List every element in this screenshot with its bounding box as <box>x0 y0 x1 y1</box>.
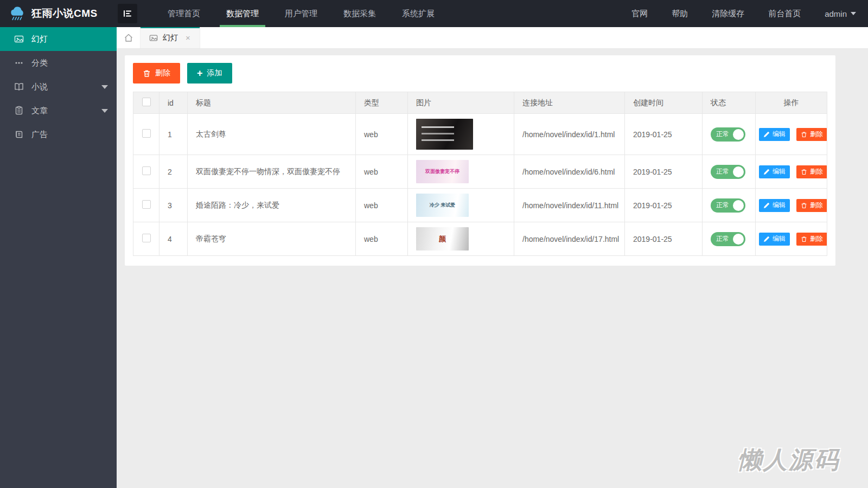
slide-thumbnail: 冷少 来试爱 <box>416 194 469 217</box>
edit-button[interactable]: 编辑 <box>759 128 790 141</box>
row-checkbox[interactable] <box>142 234 151 242</box>
status-label: 正常 <box>716 234 729 243</box>
status-toggle[interactable]: 正常 <box>711 198 745 213</box>
add-button-label: 添加 <box>207 68 222 78</box>
topnav-user-management[interactable]: 用户管理 <box>272 0 330 27</box>
article-icon <box>14 106 24 115</box>
row-url: /home/novel/index/id/17.html <box>514 222 625 256</box>
row-checkbox[interactable] <box>142 166 151 175</box>
row-id: 3 <box>159 189 188 222</box>
hamburger-icon <box>123 9 132 18</box>
slide-thumbnail: 颜 <box>416 227 469 251</box>
header-id: id <box>159 92 188 114</box>
row-created: 2019-01-25 <box>625 189 703 222</box>
tab-slideshow[interactable]: 幻灯 × <box>141 27 200 48</box>
row-title: 婚途陌路：冷少，来试爱 <box>188 189 356 222</box>
delete-button-label: 删除 <box>155 68 170 78</box>
top-header: 狂雨小说CMS 管理首页 数据管理 用户管理 数据采集 系统扩展 官网 帮助 清… <box>0 0 868 27</box>
slideshow-icon <box>14 34 24 44</box>
sidebar-item-label: 分类 <box>31 58 48 68</box>
app-logo: 狂雨小说CMS <box>0 0 117 27</box>
row-delete-button[interactable]: 删除 <box>796 233 827 246</box>
header-title: 标题 <box>188 92 356 114</box>
trash-icon <box>801 236 807 242</box>
toolbar: 删除 + 添加 <box>133 63 827 84</box>
row-delete-button[interactable]: 删除 <box>796 128 827 141</box>
table-row: 3 婚途陌路：冷少，来试爱 web 冷少 来试爱 /home/novel/ind… <box>133 189 827 222</box>
sidebar-collapse-button[interactable] <box>118 4 137 23</box>
status-toggle[interactable]: 正常 <box>711 232 745 246</box>
row-type: web <box>356 222 408 256</box>
status-toggle[interactable]: 正常 <box>711 127 745 142</box>
row-type: web <box>356 114 408 155</box>
watermark: 懒人源码 <box>738 444 840 476</box>
sidebar-item-label: 小说 <box>31 82 48 92</box>
topnav-data-management[interactable]: 数据管理 <box>213 0 272 27</box>
row-type: web <box>356 189 408 222</box>
add-button[interactable]: + 添加 <box>187 63 232 84</box>
trash-icon <box>801 202 807 209</box>
header-type: 类型 <box>356 92 408 114</box>
topnav-data-collection[interactable]: 数据采集 <box>330 0 389 27</box>
trash-icon <box>801 131 807 138</box>
top-navigation: 管理首页 数据管理 用户管理 数据采集 系统扩展 <box>155 0 448 27</box>
header-image: 图片 <box>408 92 514 114</box>
pencil-icon <box>763 131 770 138</box>
book-icon <box>14 82 24 92</box>
main-content: 删除 + 添加 id 标题 类型 图片 连接地址 创建时间 <box>117 49 868 488</box>
topnav-front-home[interactable]: 前台首页 <box>756 0 813 27</box>
row-checkbox[interactable] <box>142 129 151 138</box>
row-checkbox[interactable] <box>142 200 151 209</box>
status-toggle[interactable]: 正常 <box>711 165 745 179</box>
chevron-down-icon <box>101 109 108 113</box>
edit-button[interactable]: 编辑 <box>759 165 790 178</box>
tab-bar: 幻灯 × <box>117 27 868 49</box>
status-label: 正常 <box>716 167 729 176</box>
topnav-clear-cache[interactable]: 清除缓存 <box>700 0 756 27</box>
edit-button[interactable]: 编辑 <box>759 233 790 246</box>
header-ops: 操作 <box>756 92 827 114</box>
sidebar-item-label: 文章 <box>31 106 48 116</box>
row-delete-button[interactable]: 删除 <box>796 165 827 178</box>
sidebar-item-novels[interactable]: 小说 <box>0 75 117 99</box>
sidebar-item-categories[interactable]: 分类 <box>0 51 117 75</box>
topnav-system-extension[interactable]: 系统扩展 <box>389 0 448 27</box>
topnav-admin-home[interactable]: 管理首页 <box>155 0 213 27</box>
pencil-icon <box>763 169 770 175</box>
trash-icon <box>143 69 151 78</box>
user-menu[interactable]: admin <box>813 0 868 27</box>
status-label: 正常 <box>716 130 729 139</box>
close-icon[interactable]: × <box>186 34 190 42</box>
select-all-checkbox[interactable] <box>142 98 151 106</box>
topnav-official-site[interactable]: 官网 <box>620 0 660 27</box>
row-id: 2 <box>159 155 188 189</box>
table-row: 1 太古剑尊 web /home/novel/index/id/1.html 2… <box>133 114 827 155</box>
row-id: 1 <box>159 114 188 155</box>
row-title: 太古剑尊 <box>188 114 356 155</box>
sidebar-item-articles[interactable]: 文章 <box>0 99 117 123</box>
row-title: 双面傲妻宠不停一吻情深，双面傲妻宠不停 <box>188 155 356 189</box>
cloud-rain-logo-icon <box>10 5 26 22</box>
header-created: 创建时间 <box>625 92 703 114</box>
tab-label: 幻灯 <box>163 33 178 43</box>
row-title: 帝霸苍穹 <box>188 222 356 256</box>
chevron-down-icon <box>101 85 108 89</box>
row-url: /home/novel/index/id/6.html <box>514 155 625 189</box>
toggle-knob <box>733 200 744 211</box>
table-header-row: id 标题 类型 图片 连接地址 创建时间 状态 操作 <box>133 92 827 114</box>
row-delete-button[interactable]: 删除 <box>796 199 827 212</box>
edit-button[interactable]: 编辑 <box>759 199 790 212</box>
row-url: /home/novel/index/id/1.html <box>514 114 625 155</box>
sidebar: 幻灯 分类 小说 文章 广告 <box>0 27 117 488</box>
row-created: 2019-01-25 <box>625 114 703 155</box>
sidebar-item-slideshow[interactable]: 幻灯 <box>0 27 117 51</box>
row-created: 2019-01-25 <box>625 155 703 189</box>
slide-thumbnail <box>416 119 473 150</box>
home-tab-button[interactable] <box>117 27 141 48</box>
home-icon <box>124 33 133 43</box>
table-row: 2 双面傲妻宠不停一吻情深，双面傲妻宠不停 web 双面傲妻宠不停 /home/… <box>133 155 827 189</box>
ellipsis-icon <box>14 58 24 68</box>
topnav-help[interactable]: 帮助 <box>660 0 700 27</box>
sidebar-item-ads[interactable]: 广告 <box>0 123 117 146</box>
delete-button[interactable]: 删除 <box>133 63 180 84</box>
